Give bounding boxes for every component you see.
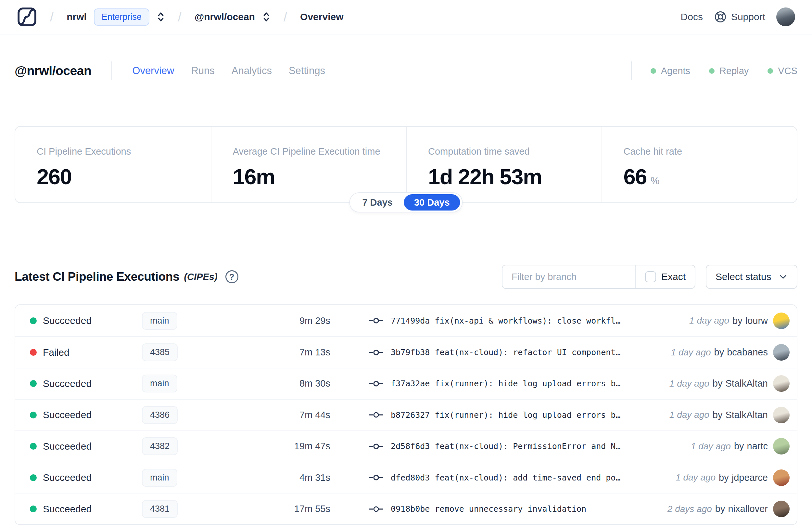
- cipe-branch-cell: main: [142, 469, 240, 487]
- integration-agents[interactable]: Agents: [650, 65, 690, 76]
- commit-text[interactable]: 771499da fix(nx-api & workflows): close …: [391, 316, 621, 326]
- nx-cloud-logo-icon[interactable]: [17, 7, 37, 27]
- status-label: Succeeded: [43, 504, 92, 515]
- cipe-status-cell: Succeeded: [15, 504, 142, 515]
- commit-icon: [369, 348, 384, 357]
- avatar[interactable]: [773, 469, 790, 486]
- commit-text[interactable]: 3b79fb38 feat(nx-cloud): refactor UI com…: [391, 348, 621, 357]
- commit-message: fix(runner): hide log upload errors b…: [434, 410, 621, 420]
- cipe-branch-cell: 4382: [142, 437, 240, 455]
- integration-replay[interactable]: Replay: [709, 65, 749, 76]
- cipe-commit-cell: b8726327 fix(runner): hide log upload er…: [369, 410, 670, 420]
- divider: [631, 61, 632, 80]
- tab-settings[interactable]: Settings: [289, 65, 325, 77]
- commit-message: remove unnecessary invalidation: [434, 504, 586, 514]
- commit-text[interactable]: 2d58f6d3 feat(nx-cloud): PermissionError…: [391, 441, 621, 451]
- branch-badge[interactable]: main: [142, 312, 177, 330]
- avatar[interactable]: [773, 375, 790, 392]
- lifebuoy-icon: [714, 10, 727, 24]
- status-label: Succeeded: [43, 378, 92, 389]
- author-name: StalkAltan: [725, 378, 768, 389]
- avatar[interactable]: [773, 438, 790, 454]
- branch-filter-input[interactable]: [503, 266, 635, 288]
- commit-text[interactable]: 0918b0be remove unnecessary invalidation: [391, 504, 586, 514]
- branch-filter-group: Exact: [502, 265, 695, 289]
- status-dot: [30, 317, 37, 324]
- cipe-commit-cell: 0918b0be remove unnecessary invalidation: [369, 504, 668, 514]
- cipe-status-cell: Succeeded: [15, 315, 142, 326]
- branch-badge[interactable]: 4386: [142, 406, 178, 424]
- integration-label: Replay: [719, 65, 749, 76]
- workspace-header: @nrwl/ocean Overview Runs Analytics Sett…: [15, 62, 797, 80]
- range-7-days[interactable]: 7 Days: [352, 194, 403, 211]
- cipe-row[interactable]: Succeeded main 4m 31s dfed80d3 feat(nx-c…: [15, 462, 797, 493]
- branch-badge[interactable]: 4385: [142, 343, 178, 361]
- stat-value: 260: [37, 164, 72, 189]
- cipes-filters: Exact Select status: [502, 265, 797, 289]
- stat-card-cipe-count: CI Pipeline Executions 260: [15, 127, 211, 202]
- chevron-updown-icon[interactable]: [262, 11, 271, 23]
- help-icon[interactable]: ?: [226, 270, 239, 283]
- breadcrumb-page: Overview: [300, 11, 343, 22]
- status-dot: [30, 380, 37, 387]
- commit-text[interactable]: dfed80d3 feat(nx-cloud): add time-saved …: [391, 473, 621, 482]
- exact-label: Exact: [661, 271, 686, 282]
- status-dot: [709, 68, 715, 74]
- cipe-duration: 9m 29s: [240, 315, 330, 326]
- branch-badge[interactable]: 4381: [142, 500, 178, 518]
- org-switcher[interactable]: nrwl Enterprise: [66, 9, 165, 26]
- time-ago: 1 day ago: [670, 378, 709, 389]
- range-30-days[interactable]: 30 Days: [404, 194, 460, 211]
- commit-message: feat(nx-cloud): add time-saved end po…: [434, 473, 621, 482]
- cipe-meta-cell: 1 day ago by StalkAltan: [670, 407, 797, 423]
- user-avatar[interactable]: [776, 7, 795, 26]
- stat-label: Cache hit rate: [624, 146, 797, 157]
- tab-overview[interactable]: Overview: [132, 65, 174, 77]
- cipe-row[interactable]: Succeeded main 9m 29s 771499da fix(nx-ap…: [15, 305, 797, 336]
- status-filter-select[interactable]: Select status: [706, 265, 797, 289]
- cipe-commit-cell: 3b79fb38 feat(nx-cloud): refactor UI com…: [369, 348, 671, 357]
- cipe-row[interactable]: Succeeded 4386 7m 44s b8726327 fix(runne…: [15, 399, 797, 430]
- by-label: by: [734, 441, 744, 452]
- enterprise-badge: Enterprise: [94, 9, 149, 26]
- cipe-row[interactable]: Succeeded main 8m 30s f37a32ae fix(runne…: [15, 368, 797, 399]
- branch-badge[interactable]: 4382: [142, 437, 178, 455]
- tab-analytics[interactable]: Analytics: [232, 65, 272, 77]
- support-link[interactable]: Support: [714, 10, 765, 24]
- by-label: by: [713, 378, 723, 389]
- docs-link[interactable]: Docs: [681, 11, 703, 22]
- avatar[interactable]: [773, 313, 790, 329]
- author-name: nartc: [747, 441, 768, 452]
- status-dot: [30, 411, 37, 418]
- commit-text[interactable]: b8726327 fix(runner): hide log upload er…: [391, 410, 621, 420]
- branch-badge[interactable]: main: [142, 469, 177, 487]
- author-name: lourw: [746, 315, 768, 326]
- cipe-row[interactable]: Failed 4385 7m 13s 3b79fb38 feat(nx-clou…: [15, 336, 797, 368]
- cipe-row[interactable]: Succeeded 4381 17m 55s 0918b0be remove u…: [15, 493, 797, 524]
- commit-text[interactable]: f37a32ae fix(runner): hide log upload er…: [391, 379, 621, 388]
- avatar[interactable]: [773, 344, 790, 361]
- cipe-duration: 8m 30s: [240, 378, 330, 389]
- cipe-meta-cell: 1 day ago by StalkAltan: [670, 375, 797, 392]
- chevron-updown-icon[interactable]: [156, 11, 165, 23]
- stat-card-cache-hit-rate: Cache hit rate 66 %: [601, 127, 797, 202]
- integration-vcs[interactable]: VCS: [767, 65, 797, 76]
- branch-badge[interactable]: main: [142, 375, 177, 392]
- exact-checkbox[interactable]: [645, 271, 656, 282]
- avatar[interactable]: [773, 407, 790, 423]
- stat-value: 1d 22h 53m: [428, 164, 542, 189]
- support-label: Support: [731, 11, 765, 22]
- commit-message: fix(runner): hide log upload errors b…: [434, 379, 621, 388]
- cipe-commit-cell: dfed80d3 feat(nx-cloud): add time-saved …: [369, 473, 676, 482]
- cipe-row[interactable]: Succeeded 4382 19m 47s 2d58f6d3 feat(nx-…: [15, 431, 797, 462]
- status-dot: [30, 474, 37, 481]
- status-dot: [30, 506, 37, 512]
- avatar[interactable]: [773, 501, 790, 517]
- exact-match-toggle[interactable]: Exact: [635, 266, 695, 288]
- commit-icon: [369, 505, 384, 513]
- workspace-switcher[interactable]: @nrwl/ocean: [195, 11, 271, 23]
- by-label: by: [732, 315, 742, 326]
- stat-label: Average CI Pipeline Execution time: [233, 146, 406, 157]
- author-name: jdpearce: [732, 472, 768, 483]
- tab-runs[interactable]: Runs: [191, 65, 214, 77]
